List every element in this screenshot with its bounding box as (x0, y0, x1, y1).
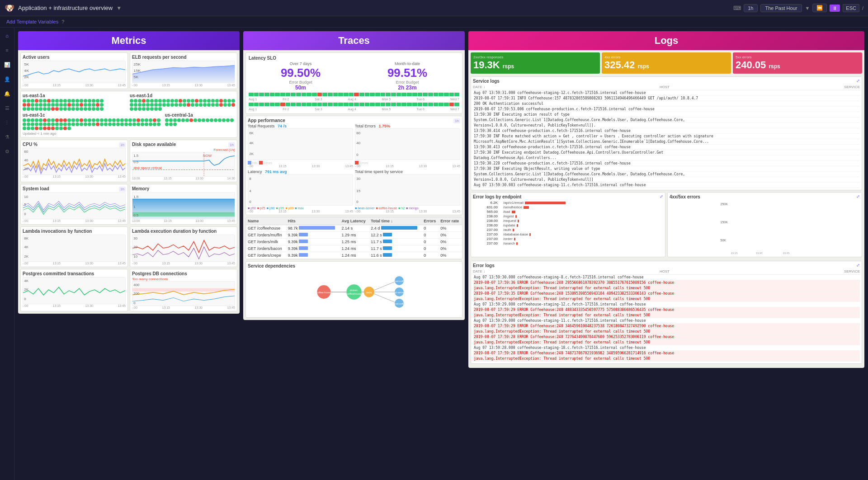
error-endpoint-expand[interactable]: ⤢ (660, 194, 663, 199)
list-item: java.lang.InterruptedException: Thread i… (473, 313, 860, 318)
heatmap-us-east-1a: us-east-1a for(let i=0;i<60;i++){documen… (23, 93, 128, 111)
list-item: 238.00 /update (473, 223, 663, 227)
sidebar-dots[interactable]: ⋮ (3, 118, 12, 127)
traces-col: Traces Latency SLO Over 7 days 99.50% Er… (243, 31, 465, 476)
svg-text:coffee-house: coffee-house (316, 291, 332, 294)
svg-line-72 (374, 294, 395, 302)
svg-text:0: 0 (249, 200, 251, 204)
table-row[interactable]: GET /orders/milk 9.39k 1.25 ms 11.7 s 0 … (246, 239, 462, 245)
time-dropdown[interactable]: ▼ (805, 5, 810, 11)
error-log-lines: Aug 07 13:59:30.000 coffeehouse-staging-… (473, 275, 860, 362)
list-item: 2019-08-07 17:59:31 INFO Coffeehouse:157… (473, 96, 860, 101)
rewind-btn[interactable]: ⏪ (812, 4, 827, 12)
latency-slo-title: Latency SLO (249, 56, 459, 61)
endpoint-bars: 6.2K /api/v1/email 831.00 /sendNotice 56… (473, 201, 663, 245)
service-logs-expand[interactable]: ⤢ (856, 79, 860, 84)
service-log-lines: Aug 07 13:59:31.000 coffeehouse-staging-… (473, 90, 860, 188)
list-item: 831.00 /sendNotice (473, 205, 663, 209)
metrics-top-row: Active users 5K 4K 2K (20, 52, 237, 89)
lambda-row: Lambda invocations by function const col… (20, 226, 237, 267)
list-item: Aug 07 13:59:30.000 coffeehouse-staging-… (473, 275, 860, 280)
keyboard-icon: ⌨ (733, 5, 741, 11)
svg-text:20: 20 (24, 167, 28, 171)
svg-text:80: 80 (356, 131, 360, 135)
col-errors: Errors (422, 217, 439, 225)
cpu-chart: 60 40 20 (23, 148, 126, 175)
list-item: java.lang.InterruptedException: Thread i… (473, 340, 860, 345)
sidebar-flask[interactable]: ⚗ (3, 132, 12, 141)
list-item: Version=1.0.0.0, Culture=neutral, Public… (473, 177, 860, 183)
pg-commits-card: Postgres committed transactions 4K 2K 0 (20, 269, 128, 311)
slash-key: / (862, 5, 863, 11)
svg-text:15K: 15K (133, 69, 141, 73)
list-item: 237.00 /auth (473, 228, 663, 232)
sidebar: ⌂ ≡ 📊 👤 🔔 ☰ ⋮ ⚗ ⚙ (0, 28, 14, 480)
dropdown-arrow[interactable]: ▼ (116, 5, 122, 11)
svg-text:2K: 2K (24, 75, 29, 79)
memory-chart: 1.5 1 0.5 (132, 192, 235, 219)
sidebar-settings[interactable]: ⚙ (3, 147, 12, 156)
metrics-header: Metrics (18, 31, 240, 50)
list-item: 237.00 /order (473, 237, 663, 241)
col-avg-latency: Avg Latency (340, 217, 369, 225)
list-item: 2019-08-07 17:59:29 ERROR Coffeehouse:24… (473, 324, 860, 329)
list-item: 13:59:30.413 coffeehouse-production.c.fe… (473, 145, 860, 150)
sidebar-user[interactable]: 👤 (3, 75, 12, 84)
memory-card: Memory 1.5 1 0.5 (130, 184, 237, 225)
sidebar-list[interactable]: ≡ (3, 46, 12, 55)
sidebar-chart[interactable]: 📊 (3, 60, 12, 69)
svg-text:60: 60 (24, 150, 28, 153)
trace-table: Name Hits Avg Latency Total time ↓ Error… (245, 217, 462, 259)
svg-text:NOW: NOW (203, 154, 212, 157)
cpu-disk-row: CPU % 1h 60 40 20 (20, 140, 237, 182)
table-row[interactable]: GET /orders/muffin 9.39k 1.29 ms 12.2 s … (246, 232, 462, 239)
help-icon[interactable]: ? (61, 19, 64, 24)
app-perf-panel: App performance 1h Total Requests 74 /s (245, 116, 462, 215)
total-errors-chart: Total Errors 1.75% let bars3 = ''; for(l… (355, 124, 460, 168)
lambda-inv-chart: const colors = ['#3498db','#9b59b6','#2e… (23, 235, 126, 262)
add-template-link[interactable]: Add Template Variables (6, 19, 58, 24)
svg-text:13:15: 13:15 (731, 252, 738, 254)
table-row[interactable]: GET /orders/crepe 9.39k 1.24 ms 11.6 s 0… (246, 252, 462, 259)
table-row[interactable]: GET /orders/bacon 9.39k 1.24 ms 11.7 s 0… (246, 245, 462, 252)
list-item: 17:59:30 INF Executing ObjectResult, wri… (473, 166, 860, 172)
pause-btn[interactable]: ⏸ (830, 5, 840, 12)
postgres-row: Postgres committed transactions 4K 2K 0 (20, 269, 237, 311)
table-row[interactable]: GET /coffeehouse 98.7k 2.14 s 2.4 d 0 0% (246, 225, 462, 232)
log-stats: 2xx/3xx responses 19.3K rsps 4xx errors … (471, 52, 862, 74)
error-logs-expand[interactable]: ⤢ (856, 263, 860, 268)
sidebar-menu[interactable]: ☰ (3, 104, 12, 113)
svg-text:10: 10 (133, 255, 137, 259)
svg-text:8K: 8K (24, 236, 28, 240)
latency-slo-panel: Latency SLO Over 7 days 99.50% Error Bud… (245, 52, 462, 114)
list-item: 2019-08-07 17:59:28 ERROR Coffeehouse:24… (473, 334, 860, 340)
svg-text:0: 0 (133, 301, 135, 305)
list-item: 17:59:30 INF Route matched with action =… (473, 134, 860, 139)
list-item: 17:59:30 INF Executing endpoint Datadog.… (473, 150, 860, 155)
pg-conn-chart: 400 200 0 (132, 281, 235, 306)
4xx5xx-expand[interactable]: ⤢ (856, 194, 860, 199)
svg-text:250K: 250K (721, 202, 728, 206)
slo-mtd: Month-to-date 99.51% Error Budget 2h 23m (355, 61, 459, 91)
sidebar-bell[interactable]: 🔔 (3, 89, 12, 98)
svg-text:dotnet-: dotnet- (350, 289, 358, 292)
disk-card: Disk space available 1h Forecast (1h) di… (130, 140, 237, 182)
sidebar-home[interactable]: ⌂ (3, 31, 12, 40)
svg-rect-21 (132, 212, 235, 217)
list-item: 2019-08-07 17:59:29 ERROR Coffeehouse:24… (473, 307, 860, 313)
svg-text:1.5: 1.5 (133, 195, 138, 198)
time-range-label[interactable]: The Past Hour (760, 4, 802, 12)
svg-text:40: 40 (356, 141, 360, 145)
cpu-card: CPU % 1h 60 40 20 (20, 140, 128, 182)
list-item: 2019-08-07 17:59:36 ERROR Coffeehouse:24… (473, 280, 860, 286)
svg-text:30: 30 (356, 177, 360, 180)
cpu-1h-badge: 1h (119, 142, 126, 147)
lambda-dur-card: Lambda execution duration by function 30… (130, 226, 237, 267)
too-many-conn-label: Too many connections (132, 277, 235, 281)
elb-title: ELB requests per second (132, 55, 235, 60)
time-range-btn[interactable]: 1h (744, 4, 757, 12)
error-charts-row: Error logs by endpoint ⤢ 6.2K /api/v1/em… (471, 192, 862, 259)
list-item: 237.00 /database-base (473, 232, 663, 236)
page-title: Application + infrastructure overview (18, 5, 113, 11)
4xx5xx-chart: 250K 150K 50K let ebars=''; for(let i=0;… (670, 201, 860, 255)
